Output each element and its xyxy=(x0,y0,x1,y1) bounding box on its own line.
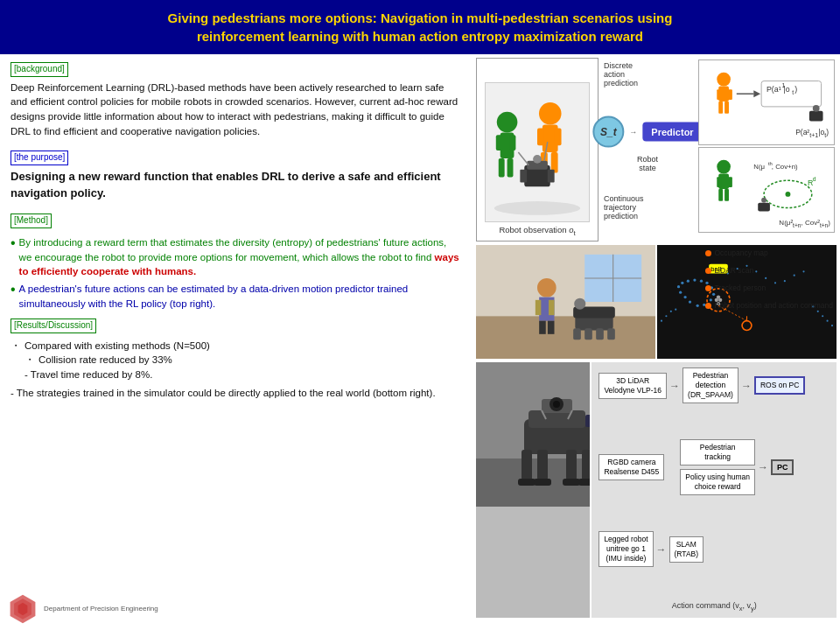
tracked-person-label: Tracked person xyxy=(705,284,833,292)
svg-rect-20 xyxy=(548,170,555,183)
bullet-dot-1: • xyxy=(10,235,16,251)
obs-image xyxy=(485,82,590,222)
svg-rect-56 xyxy=(476,316,655,359)
svg-point-98 xyxy=(661,320,662,322)
svg-point-73 xyxy=(574,298,585,310)
svg-point-61 xyxy=(537,278,556,298)
svg-rect-132 xyxy=(585,415,590,427)
policy-box: Policy using humanchoice reward xyxy=(680,469,755,495)
tracked-dot xyxy=(705,285,711,291)
svg-point-101 xyxy=(675,309,676,311)
svg-point-105 xyxy=(827,320,829,322)
flow-row-3: Legged robotunitree go 1(IMU inside) → S… xyxy=(598,531,830,567)
svg-point-80 xyxy=(687,280,690,283)
flow-arrow-2: → xyxy=(741,380,752,392)
svg-rect-10 xyxy=(510,135,516,150)
photos-row: ball Occupancy map LiDAR scan xyxy=(476,245,836,359)
continuous-svg: R d N(μ th , Cov+n) xyxy=(705,151,828,228)
svg-point-75 xyxy=(689,300,691,303)
svg-text:d: d xyxy=(813,176,816,182)
scan-photo: ball Occupancy map LiDAR scan xyxy=(657,245,836,359)
flow-arrow-1: → xyxy=(669,380,680,392)
svg-rect-128 xyxy=(518,479,536,486)
svg-point-39 xyxy=(813,105,820,112)
results-bullet2: - Travel time reduced by 8%. xyxy=(24,368,462,382)
svg-rect-43 xyxy=(728,177,732,187)
svg-rect-125 xyxy=(537,450,548,480)
discrete-label: Discreteactionprediction xyxy=(604,61,638,88)
method-text-1: By introducing a reward term that estima… xyxy=(19,235,462,279)
flow-diagram: 3D LiDARVelodyne VLP-16 → Pedestriandete… xyxy=(592,362,836,618)
svg-rect-38 xyxy=(809,111,823,122)
svg-point-106 xyxy=(831,325,833,326)
tag-background: [background] xyxy=(10,62,68,77)
lidar-scan-label: LiDAR scan xyxy=(705,266,833,275)
svg-rect-8 xyxy=(508,158,514,178)
svg-point-99 xyxy=(665,315,667,317)
ros-box: ROS on PC xyxy=(754,376,805,395)
obs-label: Robot observation ot xyxy=(499,225,575,237)
svg-point-21 xyxy=(533,155,542,164)
svg-point-77 xyxy=(679,291,682,294)
footer-area: Department of Precision Engineering xyxy=(7,593,158,621)
scan-side-labels: Occupancy map LiDAR scan Tracked person xyxy=(705,248,833,310)
svg-text:): ) xyxy=(794,85,797,94)
svg-point-76 xyxy=(683,296,686,298)
svg-rect-129 xyxy=(534,479,551,486)
obs-svg xyxy=(486,82,589,222)
svg-rect-63 xyxy=(536,300,542,315)
svg-rect-124 xyxy=(522,450,532,480)
observation-box: Robot observation ot xyxy=(476,58,598,242)
header: Giving pedestrians more options: Navigat… xyxy=(0,0,840,54)
svg-rect-131 xyxy=(578,479,590,486)
svg-rect-7 xyxy=(499,158,505,178)
svg-rect-70 xyxy=(584,328,592,340)
svg-point-81 xyxy=(693,278,696,281)
svg-text:N(μ: N(μ xyxy=(753,163,765,171)
flow-row-1: 3D LiDARVelodyne VLP-16 → Pedestriandete… xyxy=(598,368,830,403)
svg-text:P(a¹: P(a¹ xyxy=(766,85,781,94)
results-title: Compared with existing methods (N=500) xyxy=(24,339,210,354)
continuous-formula2: N(μ²t+n, Cov²t+n) xyxy=(779,219,830,228)
svg-rect-65 xyxy=(539,321,546,334)
svg-rect-29 xyxy=(724,102,729,114)
results-bullet1: Collision rate reduced by 33% xyxy=(38,353,172,368)
results-bullet3: - The strategies trained in the simulato… xyxy=(10,386,462,401)
tag-results: [Results/Discussion] xyxy=(10,318,96,333)
lab-photo xyxy=(476,245,655,359)
lidar-box: 3D LiDARVelodyne VLP-16 xyxy=(598,373,667,399)
robot-pos-dot xyxy=(705,303,711,309)
continuous-label: Continuoustrajectoryprediction xyxy=(604,194,644,220)
discrete-box: P(a¹ 1 |o t ) P(a²t+1|ot) xyxy=(698,60,835,145)
lidar-dot xyxy=(705,268,711,274)
svg-point-5 xyxy=(497,112,518,133)
title-line1: Giving pedestrians more options: Navigat… xyxy=(18,9,822,27)
svg-rect-127 xyxy=(582,450,590,480)
svg-point-104 xyxy=(822,315,823,317)
occupancy-map-label: Occupancy map xyxy=(705,248,833,257)
action-command-label: Action command (vx, vy) xyxy=(598,601,830,612)
svg-rect-64 xyxy=(549,300,555,315)
logo-icon xyxy=(7,593,38,621)
svg-point-82 xyxy=(700,280,703,283)
svg-text:|o: |o xyxy=(784,85,790,94)
svg-point-54 xyxy=(761,198,766,203)
predictor-center: Discreteactionprediction Continuoustraje… xyxy=(600,58,695,242)
ped-detection-box: Pedestriandetection(DR_SPAAM) xyxy=(682,368,738,403)
robot-position-label: Robot position and action command xyxy=(705,301,833,310)
svg-point-100 xyxy=(670,311,672,312)
robot-state-label: Robotstate xyxy=(637,155,658,172)
svg-rect-44 xyxy=(718,189,723,201)
svg-text:t: t xyxy=(792,89,794,95)
svg-point-103 xyxy=(817,311,819,312)
dept-label: Department of Precision Engineering xyxy=(44,604,158,614)
predictor-box: Predictor xyxy=(642,122,702,142)
purpose-title: Designing a new reward function that ena… xyxy=(10,169,462,202)
continuous-box: R d N(μ th , Cov+n) N(μ²t+n, Cov²t+n) xyxy=(698,147,835,233)
svg-rect-126 xyxy=(566,450,577,480)
svg-marker-31 xyxy=(753,90,760,97)
tag-purpose: [the purpose] xyxy=(10,150,68,165)
svg-rect-15 xyxy=(537,129,544,146)
lab-svg xyxy=(476,245,655,359)
svg-rect-28 xyxy=(718,102,723,114)
